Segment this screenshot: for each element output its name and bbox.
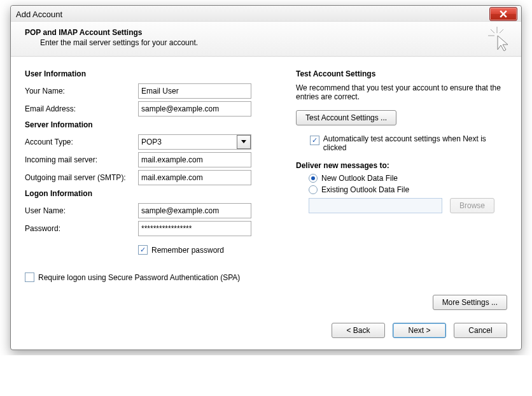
email-address-input[interactable] bbox=[138, 101, 251, 117]
titlebar: Add Account bbox=[11, 6, 521, 22]
test-settings-description: We recommend that you test your account … bbox=[296, 83, 507, 101]
banner-subtitle: Enter the mail server settings for your … bbox=[40, 38, 510, 47]
user-information-heading: User Information bbox=[25, 69, 279, 78]
spa-checkbox[interactable]: Require logon using Secure Password Auth… bbox=[25, 272, 240, 282]
spa-label: Require logon using Secure Password Auth… bbox=[38, 273, 240, 282]
checkbox-empty-icon bbox=[25, 272, 34, 282]
incoming-server-input[interactable] bbox=[138, 152, 251, 167]
new-data-file-radio[interactable]: New Outlook Data File bbox=[309, 174, 507, 183]
username-label: User Name: bbox=[25, 206, 138, 215]
your-name-input[interactable] bbox=[138, 83, 251, 99]
radio-selected-icon bbox=[309, 174, 318, 183]
existing-data-file-label: Existing Outlook Data File bbox=[321, 185, 409, 194]
right-column: Test Account Settings We recommend that … bbox=[296, 66, 507, 288]
account-type-dropdown-button[interactable] bbox=[237, 135, 251, 149]
close-button[interactable] bbox=[489, 7, 517, 21]
window-title: Add Account bbox=[16, 10, 62, 19]
left-column: User Information Your Name: Email Addres… bbox=[25, 66, 279, 288]
password-label: Password: bbox=[25, 224, 138, 233]
checkmark-icon: ✓ bbox=[310, 136, 319, 145]
existing-data-file-radio[interactable]: Existing Outlook Data File bbox=[309, 185, 507, 194]
auto-test-checkbox[interactable]: Automatically test account settings when… bbox=[323, 134, 507, 152]
banner-title: POP and IMAP Account Settings bbox=[25, 28, 510, 37]
server-information-heading: Server Information bbox=[25, 120, 279, 129]
test-account-settings-button[interactable]: Test Account Settings ... bbox=[296, 110, 396, 125]
existing-data-file-input bbox=[309, 198, 442, 213]
test-settings-heading: Test Account Settings bbox=[296, 69, 507, 78]
footer: < Back Next > Cancel bbox=[11, 314, 521, 350]
back-button[interactable]: < Back bbox=[332, 323, 385, 338]
close-icon bbox=[500, 10, 507, 18]
checkmark-icon: ✓ bbox=[138, 245, 148, 255]
content-area: User Information Your Name: Email Addres… bbox=[11, 57, 521, 295]
your-name-label: Your Name: bbox=[25, 87, 138, 95]
outgoing-server-input[interactable] bbox=[138, 170, 251, 185]
account-type-label: Account Type: bbox=[25, 138, 138, 146]
email-address-label: Email Address: bbox=[25, 104, 138, 113]
incoming-server-label: Incoming mail server: bbox=[25, 155, 138, 164]
remember-password-checkbox[interactable]: ✓ Remember password bbox=[138, 245, 224, 255]
add-account-window: Add Account POP and IMAP Account Setting… bbox=[10, 5, 522, 350]
svg-line-2 bbox=[500, 29, 503, 33]
cursor-star-icon bbox=[488, 27, 510, 52]
banner: POP and IMAP Account Settings Enter the … bbox=[11, 22, 521, 57]
chevron-down-icon bbox=[241, 140, 246, 144]
outgoing-server-label: Outgoing mail server (SMTP): bbox=[25, 173, 138, 182]
deliver-heading: Deliver new messages to: bbox=[296, 161, 507, 170]
password-input[interactable] bbox=[138, 221, 251, 236]
remember-password-label: Remember password bbox=[151, 246, 224, 255]
browse-button: Browse bbox=[450, 198, 494, 213]
radio-unselected-icon bbox=[309, 185, 318, 194]
logon-information-heading: Logon Information bbox=[25, 189, 279, 198]
more-settings-button[interactable]: More Settings ... bbox=[433, 295, 507, 310]
username-input[interactable] bbox=[138, 203, 251, 218]
new-data-file-label: New Outlook Data File bbox=[321, 174, 398, 183]
svg-line-1 bbox=[491, 29, 494, 33]
account-type-select[interactable] bbox=[138, 134, 251, 150]
account-type-value[interactable] bbox=[138, 134, 251, 150]
cancel-button[interactable]: Cancel bbox=[454, 323, 507, 338]
next-button[interactable]: Next > bbox=[393, 323, 446, 338]
